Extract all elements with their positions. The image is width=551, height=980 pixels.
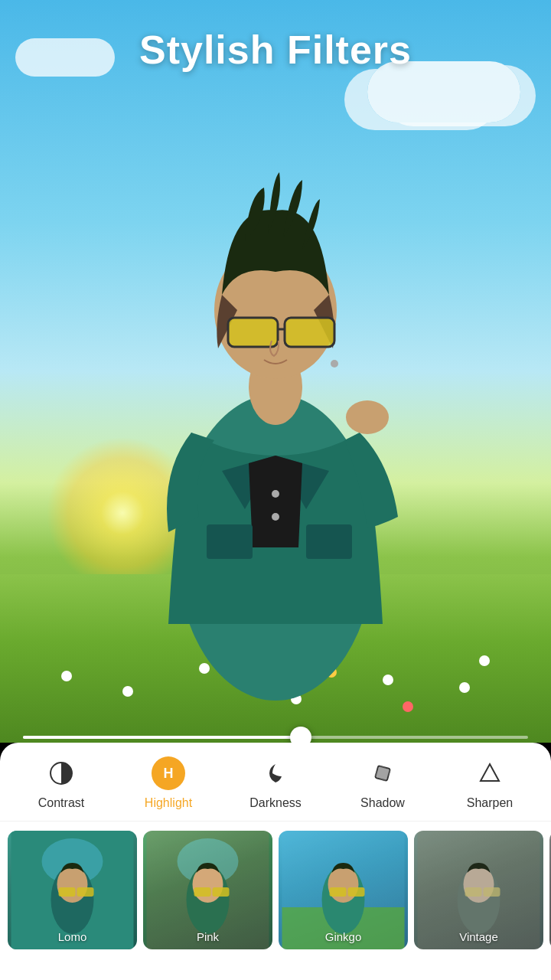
bottom-panel: Contrast H Highlight Darkness <box>0 743 551 980</box>
filter-thumb-pink[interactable]: Pink <box>143 831 272 949</box>
flower <box>459 682 470 693</box>
filter-tabs: Contrast H Highlight Darkness <box>0 743 551 822</box>
flower <box>479 655 490 666</box>
photo-area: Stylish Filters <box>0 0 551 743</box>
svg-rect-10 <box>306 524 352 559</box>
svg-rect-3 <box>228 318 278 347</box>
slider-thumb[interactable] <box>290 727 311 743</box>
sharpen-icon <box>473 756 507 790</box>
slider-area[interactable] <box>0 736 551 739</box>
filter-thumb-vintage[interactable]: Vintage <box>414 831 543 949</box>
svg-rect-24 <box>77 887 94 897</box>
svg-rect-9 <box>207 524 253 559</box>
svg-point-12 <box>272 513 279 521</box>
tab-contrast-label: Contrast <box>38 796 84 810</box>
svg-text:H: H <box>164 766 174 781</box>
contrast-icon <box>44 756 78 790</box>
filter-thumb-ginkgo[interactable]: Ginkgo <box>279 831 408 949</box>
filter-thumb-vintage-label: Vintage <box>414 930 543 943</box>
svg-rect-35 <box>330 887 347 897</box>
highlight-icon: H <box>152 756 185 790</box>
svg-rect-40 <box>465 887 482 897</box>
page-title: Stylish Filters <box>0 27 551 73</box>
shadow-icon <box>366 756 399 790</box>
slider-track[interactable] <box>23 736 528 739</box>
svg-rect-4 <box>285 318 334 347</box>
darkness-icon <box>259 756 292 790</box>
tab-sharpen-label: Sharpen <box>467 796 514 810</box>
tab-sharpen[interactable]: Sharpen <box>459 756 520 810</box>
svg-rect-29 <box>194 887 211 897</box>
flower <box>61 671 72 681</box>
tab-darkness-label: Darkness <box>249 796 302 810</box>
svg-point-8 <box>346 400 389 434</box>
svg-rect-41 <box>484 887 500 897</box>
filter-thumbnails: Lomo Pink <box>0 822 551 949</box>
filter-thumb-ginkgo-label: Ginkgo <box>279 930 408 943</box>
svg-marker-18 <box>481 764 499 781</box>
person-image <box>115 88 436 701</box>
svg-rect-17 <box>374 765 391 782</box>
flower <box>403 701 413 712</box>
filter-thumb-lomo[interactable]: Lomo <box>8 831 137 949</box>
filter-thumb-pink-label: Pink <box>143 930 272 943</box>
tab-shadow[interactable]: Shadow <box>352 756 413 810</box>
svg-rect-23 <box>59 887 76 897</box>
tab-darkness[interactable]: Darkness <box>245 756 306 810</box>
svg-point-11 <box>272 490 279 498</box>
svg-point-13 <box>331 360 338 368</box>
filter-thumb-lomo-label: Lomo <box>8 930 137 943</box>
slider-fill <box>23 736 301 739</box>
tab-highlight[interactable]: H Highlight <box>138 756 199 810</box>
tab-shadow-label: Shadow <box>360 796 405 810</box>
svg-rect-36 <box>348 887 365 897</box>
tab-contrast[interactable]: Contrast <box>31 756 92 810</box>
svg-rect-30 <box>213 887 230 897</box>
tab-highlight-label: Highlight <box>145 796 192 810</box>
